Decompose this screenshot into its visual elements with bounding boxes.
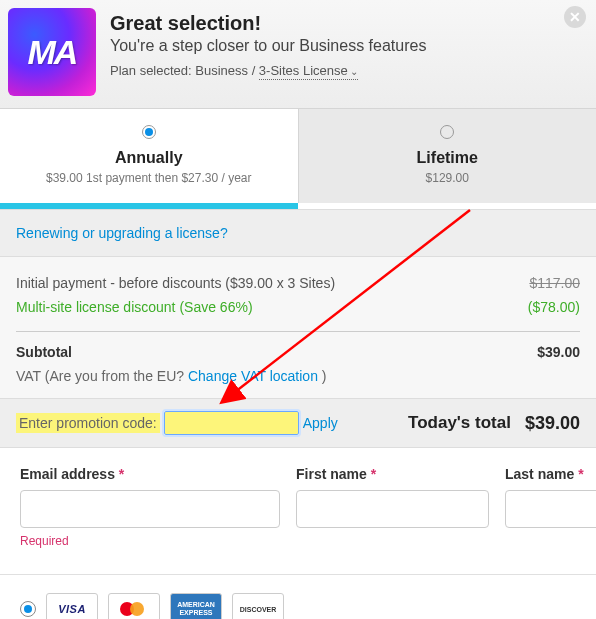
plan-prefix: Plan selected: Business / [110,63,259,78]
payment-method-radio[interactable] [20,601,36,617]
header-subtitle: You're a step closer to our Business fea… [110,37,426,55]
amex-card-icon: AMERICAN EXPRESS [170,593,222,619]
tab-lifetime-label: Lifetime [307,149,589,167]
plan-selected-line: Plan selected: Business / 3-Sites Licens… [110,63,426,78]
header-text-block: Great selection! You're a step closer to… [110,8,426,78]
email-label-text: Email address [20,466,115,482]
discount-value: ($78.00) [528,299,580,315]
required-asterisk: * [115,466,124,482]
initial-payment-value: $117.00 [529,275,580,291]
email-label: Email address * [20,466,280,482]
chevron-down-icon: ⌄ [350,66,358,77]
visa-text: VISA [58,603,86,615]
checkout-modal: ✕ MA Great selection! You're a step clos… [0,0,596,619]
required-asterisk: * [367,466,376,482]
vat-line: VAT (Are you from the EU? Change VAT loc… [16,368,580,384]
subtotal-value: $39.00 [537,344,580,360]
last-name-label-text: Last name [505,466,574,482]
field-email: Email address * Required [20,466,280,548]
today-total-label: Today's total [408,413,511,433]
payment-method-row: VISA AMERICAN EXPRESS DISCOVER [0,574,596,619]
price-summary: Initial payment - before discounts ($39.… [0,257,596,398]
discount-label: Multi-site license discount (Save 66%) [16,299,253,315]
radio-annually-icon [142,125,156,139]
vat-prefix: VAT (Are you from the EU? [16,368,188,384]
tab-annually-price: $39.00 1st payment then $27.30 / year [8,171,290,185]
last-name-label: Last name * [505,466,596,482]
discover-text: DISCOVER [240,606,277,613]
line-subtotal: Subtotal $39.00 [16,340,580,364]
modal-header: ✕ MA Great selection! You're a step clos… [0,0,596,109]
first-name-label: First name * [296,466,489,482]
first-name-input[interactable] [296,490,489,528]
discover-card-icon: DISCOVER [232,593,284,619]
billing-tabs: Annually $39.00 1st payment then $27.30 … [0,109,596,203]
visa-card-icon: VISA [46,593,98,619]
line-initial-payment: Initial payment - before discounts ($39.… [16,271,580,295]
email-input[interactable] [20,490,280,528]
first-name-label-text: First name [296,466,367,482]
subtotal-label: Subtotal [16,344,72,360]
initial-payment-label: Initial payment - before discounts ($39.… [16,275,335,291]
license-dropdown[interactable]: 3-Sites License⌄ [259,63,358,80]
field-first-name: First name * [296,466,489,548]
last-name-input[interactable] [505,490,596,528]
field-last-name: Last name * [505,466,596,548]
tab-lifetime-price: $129.00 [307,171,589,185]
renew-upgrade-row: Renewing or upgrading a license? [0,209,596,257]
line-discount: Multi-site license discount (Save 66%) (… [16,295,580,319]
radio-lifetime-icon [440,125,454,139]
vat-suffix: ) [318,368,327,384]
customer-form: Email address * Required First name * La… [0,448,596,558]
mastercard-icon [108,593,160,619]
change-vat-link[interactable]: Change VAT location [188,368,318,384]
license-label: 3-Sites License [259,63,348,78]
required-asterisk: * [574,466,583,482]
email-error: Required [20,534,280,548]
close-button[interactable]: ✕ [564,6,586,28]
tab-annually-label: Annually [8,149,290,167]
brand-logo: MA [8,8,96,96]
promo-label: Enter promotion code: [16,413,160,433]
summary-divider [16,331,580,332]
today-total-value: $39.00 [525,413,580,434]
tab-annually[interactable]: Annually $39.00 1st payment then $27.30 … [0,109,299,203]
promo-code-input[interactable] [164,411,299,435]
header-title: Great selection! [110,12,426,35]
tab-lifetime[interactable]: Lifetime $129.00 [299,109,597,203]
apply-promo-link[interactable]: Apply [303,415,338,431]
promo-row: Enter promotion code: Apply Today's tota… [0,398,596,448]
renew-upgrade-link[interactable]: Renewing or upgrading a license? [16,225,228,241]
